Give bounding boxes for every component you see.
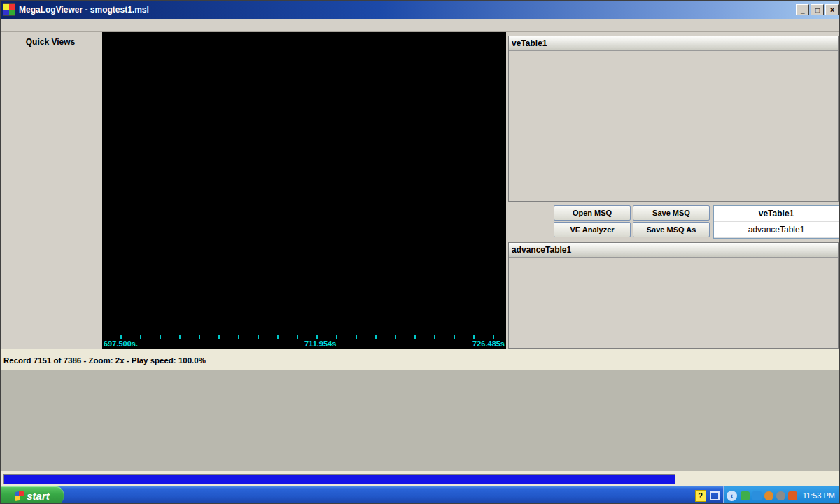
time-axis-end: 726.485s (472, 340, 505, 348)
start-button[interactable]: start (1, 486, 64, 504)
close-button[interactable]: × (825, 4, 839, 15)
graph3-panel[interactable] (102, 232, 505, 335)
advance-table-panel: advanceTable1 (508, 242, 839, 349)
time-axis: 697.500s. 711.954s 726.485s (102, 335, 506, 349)
ve-table-header: veTable1 (509, 36, 838, 51)
window-title: MegaLogViewer - smogtest1.msl (19, 5, 794, 15)
open-msq-button[interactable]: Open MSQ (554, 205, 631, 220)
save-msq-as-button[interactable]: Save MSQ As (633, 222, 710, 237)
advance-table-title: advanceTable1 (512, 245, 835, 255)
windows-flag-icon (15, 491, 24, 501)
quick-views-title: Quick Views (1, 37, 100, 47)
graph2-panel[interactable] (102, 130, 505, 232)
msq-zone: Open MSQ Save MSQ VE Analyzer Save MSQ A… (554, 205, 839, 239)
minimize-button[interactable]: _ (796, 4, 809, 15)
table-list-item-vetable1[interactable]: veTable1 (714, 206, 839, 222)
playback-bar (1, 471, 840, 486)
gauge-grid (1, 370, 840, 471)
table-list: veTable1 advanceTable1 (713, 205, 839, 239)
maximize-button[interactable]: □ (811, 4, 824, 15)
system-tray: ‹ 11:53 PM (723, 486, 840, 504)
title-bar: MegaLogViewer - smogtest1.msl _ □ × (1, 1, 840, 19)
ve-table-title: veTable1 (512, 38, 835, 48)
quick-views-sidebar: Quick Views (1, 31, 100, 349)
graph-area[interactable]: 697.500s. 711.954s 726.485s (102, 32, 506, 349)
advance-table-header: advanceTable1 (509, 243, 838, 258)
playback-progress-fill (4, 475, 675, 484)
application-window: MegaLogViewer - smogtest1.msl _ □ × Quic… (0, 0, 840, 504)
restore-window-icon[interactable] (709, 490, 720, 501)
ve-table-panel: veTable1 (508, 36, 839, 202)
graph1-panel[interactable] (102, 32, 505, 130)
playback-progress-track[interactable] (4, 474, 676, 484)
status-bar: Record 7151 of 7386 - Zoom: 2x - Play sp… (1, 349, 840, 371)
app-icon (3, 4, 15, 16)
taskbar-clock: 11:53 PM (803, 491, 835, 500)
taskbar: start ? ‹ 11:53 PM (1, 486, 840, 504)
help-icon[interactable]: ? (695, 490, 706, 502)
system-tray-icon[interactable] (776, 491, 785, 500)
graph-cursor-line[interactable] (302, 32, 302, 349)
table-list-item-advancetable1[interactable]: advanceTable1 (714, 222, 839, 238)
time-axis-start: 697.500s. (104, 340, 138, 348)
time-axis-cursor: 711.954s (304, 340, 336, 348)
menu-bar (1, 19, 840, 32)
save-msq-button[interactable]: Save MSQ (633, 205, 710, 220)
wireless-tray-icon[interactable] (752, 491, 762, 500)
sync-tray-icon[interactable] (764, 491, 774, 500)
updates-tray-icon[interactable] (741, 491, 750, 500)
network-tray-icon[interactable] (788, 491, 797, 500)
collapse-chevron-icon[interactable]: ‹ (727, 491, 737, 501)
ve-analyzer-button[interactable]: VE Analyzer (554, 222, 631, 237)
record-status-text: Record 7151 of 7386 - Zoom: 2x - Play sp… (1, 356, 840, 365)
